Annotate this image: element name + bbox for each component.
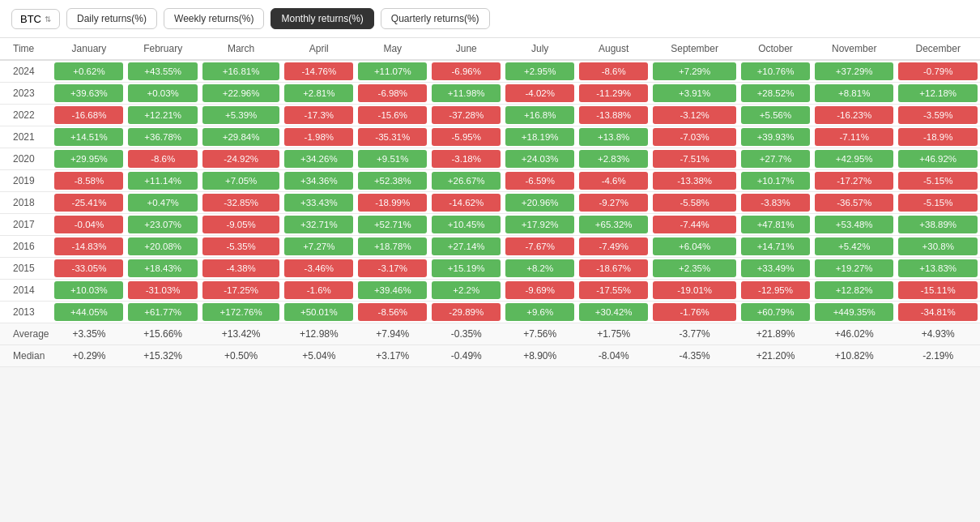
median-cell: -2.19% bbox=[896, 345, 980, 367]
cell-value: -7.03% bbox=[653, 128, 736, 146]
data-cell: -6.96% bbox=[429, 60, 503, 83]
cell-value: -4.38% bbox=[202, 259, 279, 277]
cell-value: +7.27% bbox=[284, 237, 353, 255]
daily-returns-button[interactable]: Daily returns(%) bbox=[66, 8, 157, 29]
cell-value: +20.96% bbox=[505, 194, 574, 212]
data-cell: +33.43% bbox=[282, 192, 356, 214]
cell-value: +27.7% bbox=[741, 150, 810, 168]
cell-value: -3.17% bbox=[358, 259, 427, 277]
asset-selector[interactable]: BTC ⇅ bbox=[11, 9, 60, 29]
cell-value: +2.35% bbox=[653, 259, 736, 277]
cell-value: +15.19% bbox=[432, 259, 501, 277]
data-cell: -37.28% bbox=[429, 105, 503, 126]
cell-value: +24.03% bbox=[505, 150, 574, 168]
data-cell: -17.25% bbox=[200, 280, 282, 302]
main-container: BTC ⇅ Daily returns(%) Weekly returns(%)… bbox=[0, 0, 980, 367]
average-row: Average+3.35%+15.66%+13.42%+12.98%+7.94%… bbox=[0, 323, 980, 345]
cell-value: -17.25% bbox=[202, 281, 279, 299]
cell-value: +60.79% bbox=[741, 303, 810, 321]
data-cell: -17.27% bbox=[812, 170, 896, 192]
data-cell: +11.14% bbox=[126, 170, 199, 192]
data-cell: +30.42% bbox=[577, 302, 650, 323]
col-jul: July bbox=[503, 38, 577, 60]
weekly-returns-button[interactable]: Weekly returns(%) bbox=[164, 8, 264, 29]
cell-value: +29.84% bbox=[202, 128, 279, 146]
col-may: May bbox=[356, 38, 429, 60]
monthly-returns-button[interactable]: Monthly returns(%) bbox=[271, 8, 373, 29]
data-cell: -31.03% bbox=[126, 280, 199, 302]
average-cell: +1.75% bbox=[577, 323, 650, 345]
data-cell: +52.71% bbox=[356, 214, 429, 236]
cell-value: +16.8% bbox=[505, 106, 574, 124]
cell-value: +5.56% bbox=[741, 106, 810, 124]
data-cell: -36.57% bbox=[812, 192, 896, 214]
year-cell: 2016 bbox=[0, 236, 52, 258]
cell-value: -16.23% bbox=[815, 106, 893, 124]
data-cell: +10.03% bbox=[52, 280, 126, 302]
data-cell: -18.9% bbox=[896, 126, 980, 148]
cell-value: -1.6% bbox=[284, 281, 353, 299]
data-cell: -7.11% bbox=[812, 126, 896, 148]
data-cell: +39.93% bbox=[739, 126, 812, 148]
table-row: 2024+0.62%+43.55%+16.81%-14.76%+11.07%-6… bbox=[0, 60, 980, 83]
cell-value: -5.95% bbox=[432, 128, 501, 146]
data-cell: -15.6% bbox=[356, 105, 429, 126]
data-cell: +0.03% bbox=[126, 83, 199, 105]
year-cell: 2021 bbox=[0, 126, 52, 148]
quarterly-returns-button[interactable]: Quarterly returns(%) bbox=[381, 8, 490, 29]
col-jun: June bbox=[429, 38, 503, 60]
cell-value: -19.01% bbox=[653, 281, 736, 299]
data-cell: -16.68% bbox=[52, 105, 126, 126]
data-cell: +27.14% bbox=[429, 236, 503, 258]
cell-value: +5.42% bbox=[815, 237, 893, 255]
data-cell: +32.71% bbox=[282, 214, 356, 236]
data-cell: -17.55% bbox=[577, 280, 650, 302]
cell-value: -14.62% bbox=[432, 194, 501, 212]
cell-value: +39.93% bbox=[741, 128, 810, 146]
cell-value: -3.18% bbox=[432, 150, 501, 168]
data-cell: +37.29% bbox=[812, 60, 896, 83]
data-cell: -7.49% bbox=[577, 236, 650, 258]
cell-value: -9.05% bbox=[202, 216, 279, 233]
cell-value: -16.68% bbox=[54, 106, 123, 124]
cell-value: -18.9% bbox=[898, 128, 978, 146]
data-cell: -15.11% bbox=[896, 280, 980, 302]
table-row: 2020+29.95%-8.6%-24.92%+34.26%+9.51%-3.1… bbox=[0, 148, 980, 170]
table-row: 2013+44.05%+61.77%+172.76%+50.01%-8.56%-… bbox=[0, 302, 980, 323]
data-cell: +33.49% bbox=[739, 258, 812, 280]
data-cell: +11.07% bbox=[356, 60, 429, 83]
cell-value: -8.6% bbox=[579, 62, 648, 80]
data-cell: +19.27% bbox=[812, 258, 896, 280]
cell-value: +43.55% bbox=[128, 62, 197, 80]
cell-value: -7.11% bbox=[815, 128, 893, 146]
average-cell: +7.94% bbox=[356, 323, 429, 345]
data-cell: +26.67% bbox=[429, 170, 503, 192]
table-row: 2014+10.03%-31.03%-17.25%-1.6%+39.46%+2.… bbox=[0, 280, 980, 302]
year-cell: 2020 bbox=[0, 148, 52, 170]
toolbar: BTC ⇅ Daily returns(%) Weekly returns(%)… bbox=[0, 0, 980, 38]
data-cell: -5.58% bbox=[650, 192, 739, 214]
data-cell: -14.62% bbox=[429, 192, 503, 214]
data-cell: +2.81% bbox=[282, 83, 356, 105]
cell-value: +11.98% bbox=[432, 84, 501, 102]
cell-value: -15.11% bbox=[898, 281, 978, 299]
average-cell: +21.89% bbox=[739, 323, 812, 345]
cell-value: -12.95% bbox=[741, 281, 810, 299]
data-cell: +12.82% bbox=[812, 280, 896, 302]
cell-value: +13.83% bbox=[898, 259, 978, 277]
cell-value: +7.05% bbox=[202, 172, 279, 190]
cell-value: -5.15% bbox=[898, 172, 978, 190]
year-cell: 2018 bbox=[0, 192, 52, 214]
cell-value: -6.96% bbox=[432, 62, 501, 80]
data-cell: +60.79% bbox=[739, 302, 812, 323]
cell-value: -34.81% bbox=[898, 303, 978, 321]
cell-value: +3.91% bbox=[653, 84, 736, 102]
cell-value: +28.52% bbox=[741, 84, 810, 102]
median-cell: +8.90% bbox=[503, 345, 577, 367]
data-cell: +27.7% bbox=[739, 148, 812, 170]
data-cell: -4.38% bbox=[200, 258, 282, 280]
data-cell: +46.92% bbox=[896, 148, 980, 170]
cell-value: +7.29% bbox=[653, 62, 736, 80]
median-cell: -0.49% bbox=[429, 345, 503, 367]
cell-value: -7.44% bbox=[653, 216, 736, 233]
